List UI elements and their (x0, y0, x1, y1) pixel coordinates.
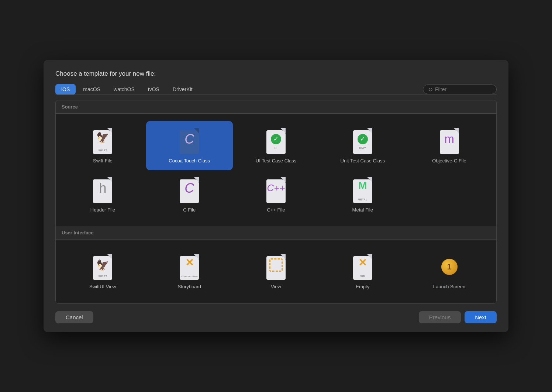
user-interface-section-grid: 🦅 SWIFT SwiftUI View ✕ STO (56, 240, 496, 303)
unit-test-case-class-item[interactable]: ✓ UNIT Unit Test Case Class (319, 121, 406, 170)
bottom-bar: Cancel Previous Next (55, 311, 497, 323)
cocoa-touch-class-item[interactable]: C Cocoa Touch Class (146, 121, 233, 170)
source-section-grid: 🦅 SWIFT Swift File C (56, 114, 496, 227)
empty-item[interactable]: ✕ XIB Empty (319, 247, 406, 296)
tab-tvos[interactable]: tvOS (142, 84, 165, 94)
cpp-file-label: C++ File (267, 207, 285, 213)
cpp-file-item[interactable]: C++ C++ File (233, 170, 320, 219)
cpp-file-icon: C++ (264, 176, 288, 204)
metal-file-icon: M METAL (351, 176, 375, 204)
cocoa-touch-class-icon: C (177, 127, 201, 155)
storyboard-label: Storyboard (177, 284, 201, 290)
swiftui-view-label: SwiftUI View (89, 284, 116, 290)
tab-macos[interactable]: macOS (77, 84, 106, 94)
launch-screen-label: Launch Screen (433, 284, 465, 290)
swiftui-view-icon: 🦅 SWIFT (91, 253, 114, 281)
swift-file-item[interactable]: 🦅 SWIFT Swift File (59, 121, 146, 170)
objective-c-file-icon: m (438, 127, 461, 155)
ui-test-case-class-item[interactable]: ✓ UI UI Test Case Class (233, 121, 320, 170)
objective-c-file-item[interactable]: m Objective-C File (406, 121, 493, 170)
tab-watchos[interactable]: watchOS (108, 84, 141, 94)
view-label: View (271, 284, 281, 290)
unit-test-case-class-label: Unit Test Case Class (341, 158, 385, 164)
view-item[interactable]: View (233, 247, 320, 296)
header-file-item[interactable]: h Header File (59, 170, 146, 219)
swiftui-view-item[interactable]: 🦅 SWIFT SwiftUI View (59, 247, 146, 296)
c-file-label: C File (183, 207, 196, 213)
filter-icon: ⊜ (428, 86, 433, 92)
header-file-icon: h (91, 176, 114, 204)
storyboard-icon: ✕ STORYBOARD (177, 253, 201, 281)
tab-row: iOS macOS watchOS tvOS DriverKit (55, 84, 423, 94)
filter-input[interactable] (435, 86, 490, 92)
dialog-title: Choose a template for your new file: (55, 70, 497, 78)
c-file-icon: C (177, 176, 201, 204)
header-file-label: Header File (90, 207, 115, 213)
previous-button[interactable]: Previous (419, 311, 461, 323)
view-icon (264, 253, 288, 281)
tab-ios[interactable]: iOS (55, 84, 76, 94)
launch-screen-icon: 1 (438, 253, 461, 281)
empty-icon: ✕ XIB (351, 253, 375, 281)
storyboard-item[interactable]: ✕ STORYBOARD Storyboard (146, 247, 233, 296)
ui-test-case-class-label: UI Test Case Class (256, 158, 296, 164)
tab-driverkit[interactable]: DriverKit (167, 84, 199, 94)
tab-bar: iOS macOS watchOS tvOS DriverKit ⊜ (55, 84, 497, 95)
filter-box: ⊜ (423, 85, 497, 94)
c-file-item[interactable]: C C File (146, 170, 233, 219)
user-interface-section-header: User Interface (56, 226, 496, 240)
content-area: Source 🦅 SWIFT Swift File (55, 100, 497, 304)
empty-label: Empty (356, 284, 369, 290)
swift-file-icon: 🦅 SWIFT (91, 127, 114, 155)
template-dialog: Choose a template for your new file: iOS… (44, 60, 508, 333)
swift-file-label: Swift File (93, 158, 113, 164)
next-button[interactable]: Next (465, 311, 497, 323)
cancel-button[interactable]: Cancel (55, 311, 93, 323)
cocoa-touch-class-label: Cocoa Touch Class (169, 158, 210, 164)
navigation-buttons: Previous Next (419, 311, 497, 323)
ui-test-case-class-icon: ✓ UI (264, 127, 288, 155)
unit-test-case-class-icon: ✓ UNIT (351, 127, 375, 155)
metal-file-item[interactable]: M METAL Metal File (319, 170, 406, 219)
metal-file-label: Metal File (352, 207, 373, 213)
launch-screen-item[interactable]: 1 Launch Screen (406, 247, 493, 296)
objective-c-file-label: Objective-C File (432, 158, 466, 164)
source-section-header: Source (56, 100, 496, 114)
